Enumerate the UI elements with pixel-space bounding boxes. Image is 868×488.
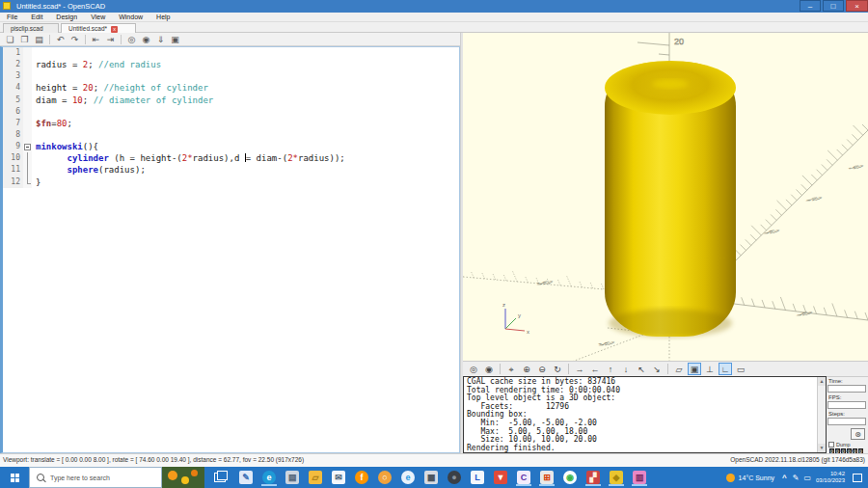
code-line[interactable]: 12} <box>3 176 459 188</box>
zoom-in-button[interactable]: ⊕ <box>520 363 533 375</box>
search-highlight-image[interactable] <box>162 467 204 488</box>
weather-text[interactable]: 14°C Sunny <box>739 474 774 481</box>
code-line[interactable]: 5diam = 10; // diameter of cylinder <box>3 95 459 106</box>
app-office-taskbar-icon[interactable]: ⊞ <box>538 469 556 486</box>
preview-button[interactable]: ◎ <box>124 34 139 45</box>
code-line[interactable]: 9minkowski(){ <box>3 141 459 152</box>
app-edge-taskbar-icon[interactable]: e <box>260 469 278 486</box>
view-left-button[interactable]: ← <box>588 363 602 375</box>
time-input[interactable] <box>827 385 866 393</box>
zoom-all-button[interactable]: ⌖ <box>504 363 518 375</box>
show-axes-button[interactable]: ⊥ <box>703 363 717 375</box>
line-number: 12 <box>3 176 23 188</box>
view-front-button[interactable]: ↑ <box>604 363 617 375</box>
scroll-down-icon[interactable]: ▼ <box>818 444 826 452</box>
code-line[interactable]: 10 cylinder (h = height-(2*radius),d = d… <box>3 152 459 164</box>
code-line[interactable]: 4height = 20; //height of cylinder <box>3 82 459 94</box>
code-text <box>32 129 36 141</box>
app-openscad-taskbar-icon[interactable]: ◆ <box>608 469 625 486</box>
pen-tray-icon[interactable]: ✎ <box>793 474 800 482</box>
close-button[interactable]: × <box>846 0 868 12</box>
weather-sun-icon[interactable] <box>726 474 735 482</box>
new-file-button[interactable]: ❏ <box>3 34 17 45</box>
app-media-taskbar-icon[interactable]: ▥ <box>631 469 648 486</box>
save-file-button[interactable]: ▤ <box>32 34 46 45</box>
open-file-button[interactable]: ❐ <box>17 34 32 45</box>
zoom-out-button[interactable]: ⊖ <box>535 363 549 375</box>
menu-file[interactable]: File <box>0 14 24 20</box>
indent-button[interactable]: ⇥ <box>103 34 118 45</box>
app-flag-taskbar-icon[interactable]: L <box>469 469 486 486</box>
show-scale-markers-button[interactable]: ∟ <box>719 363 732 375</box>
code-line[interactable]: 6 <box>3 106 459 118</box>
reset-rotation-button[interactable]: ↻ <box>551 363 564 375</box>
app-calculator-taskbar-icon[interactable]: ▦ <box>422 469 440 486</box>
minimize-button[interactable]: – <box>800 0 821 12</box>
line-number: 6 <box>3 106 23 118</box>
app-red-tool-taskbar-icon[interactable]: ▞ <box>584 469 602 486</box>
tab-pisclip[interactable]: pisclip.scad <box>3 23 59 33</box>
fps-label: FPS: <box>828 394 841 400</box>
fold-collapse-icon[interactable] <box>24 144 31 150</box>
capture-button[interactable]: ⊛ <box>851 428 865 440</box>
app-ie-taskbar-icon[interactable]: e <box>399 469 417 486</box>
menu-help[interactable]: Help <box>149 14 176 20</box>
menu-design[interactable]: Design <box>49 14 84 20</box>
code-line[interactable]: 7$fn=80; <box>3 118 459 129</box>
app-paint-taskbar-icon[interactable]: ✎ <box>237 469 255 486</box>
perspective-button[interactable]: ▱ <box>672 363 686 375</box>
code-line[interactable]: 1 <box>3 47 459 59</box>
taskbar-search[interactable]: Type here to search <box>29 467 162 488</box>
fps-input[interactable] <box>827 401 866 409</box>
view-center-button[interactable]: ▭ <box>734 363 747 375</box>
app-mail-taskbar-icon[interactable]: ✉ <box>330 469 347 486</box>
undo-button[interactable]: ↶ <box>53 34 68 45</box>
view-back-button[interactable]: ↓ <box>619 363 633 375</box>
export-stl-button[interactable]: ⇓ <box>153 34 168 45</box>
scroll-up-icon[interactable]: ▲ <box>818 377 826 386</box>
app-file-explorer-taskbar-icon[interactable]: ▱ <box>307 469 324 486</box>
3d-viewport[interactable]: 20 10 20 30 10 -10 -10 z y x <box>463 33 868 361</box>
tab-untitled[interactable]: Untitled.scad*x <box>61 23 136 33</box>
console-panel[interactable]: CGAL cache size in bytes: 837416 Total r… <box>463 376 827 453</box>
app-magnifier-taskbar-icon[interactable]: ○ <box>376 469 393 486</box>
maximize-button[interactable]: □ <box>823 0 844 12</box>
start-button[interactable] <box>0 467 29 488</box>
reset-view-button[interactable]: ◉ <box>482 363 496 375</box>
line-number: 9 <box>3 141 23 152</box>
menu-view[interactable]: View <box>84 14 112 20</box>
app-c-taskbar-icon[interactable]: C <box>515 469 532 486</box>
app-documents-taskbar-icon[interactable]: ▤ <box>284 469 301 486</box>
code-line[interactable]: 2radius = 2; //end radius <box>3 59 459 70</box>
steps-input[interactable] <box>827 418 866 425</box>
menu-window[interactable]: Window <box>112 14 149 20</box>
orthographic-button[interactable]: ▣ <box>688 363 701 375</box>
dump-pictures-checkbox[interactable] <box>828 442 834 447</box>
view-right-button[interactable]: → <box>573 363 586 375</box>
app-brave-taskbar-icon[interactable]: ▼ <box>492 469 509 486</box>
print-button[interactable]: ▣ <box>168 34 182 45</box>
task-view-button[interactable] <box>208 467 231 488</box>
code-line[interactable]: 3 <box>3 70 459 82</box>
view-top-button[interactable]: ↖ <box>635 363 648 375</box>
display-tray-icon[interactable]: ▭ <box>803 474 811 482</box>
tab-close-icon[interactable]: x <box>111 26 118 33</box>
unindent-button[interactable]: ⇤ <box>89 34 103 45</box>
app-file-explorer-glyph: ▱ <box>309 471 322 484</box>
notification-icon[interactable] <box>853 474 862 482</box>
redo-button[interactable]: ↷ <box>68 34 82 45</box>
render-button[interactable]: ◉ <box>139 34 153 45</box>
app-sphere-taskbar-icon[interactable]: ● <box>446 469 463 486</box>
console-scrollbar[interactable]: ▲ ▼ <box>817 377 826 452</box>
fold-margin[interactable] <box>23 141 32 152</box>
app-green-taskbar-icon[interactable]: ◉ <box>561 469 579 486</box>
view-bottom-button[interactable]: ↘ <box>650 363 664 375</box>
clock[interactable]: 10:42 03/10/2023 <box>816 471 845 484</box>
view-all-button[interactable]: ◎ <box>467 363 480 375</box>
tray-expand-icon[interactable]: ^ <box>782 474 787 482</box>
code-editor[interactable]: 12radius = 2; //end radius34height = 20;… <box>0 46 460 453</box>
menu-edit[interactable]: Edit <box>24 14 49 20</box>
code-line[interactable]: 11 sphere(radius); <box>3 164 459 176</box>
app-firefox-taskbar-icon[interactable]: f <box>353 469 370 486</box>
code-line[interactable]: 8 <box>3 129 459 141</box>
